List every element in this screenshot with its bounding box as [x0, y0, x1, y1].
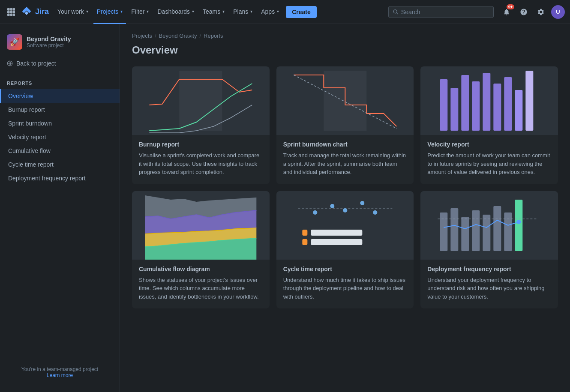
project-type: Software project [27, 42, 71, 48]
avatar[interactable]: U [551, 5, 565, 19]
cycle-time-card-body: Cycle time report Understand how much ti… [276, 260, 414, 309]
report-card-burnup[interactable]: Burnup report Visualise a sprint's compl… [132, 66, 270, 184]
nav-filter[interactable]: Filter ▾ [128, 0, 152, 24]
project-name: Beyond Gravity [27, 36, 71, 42]
notifications-button[interactable]: 9+ [500, 5, 513, 19]
cumulative-desc: Shows the statuses of your project's iss… [139, 276, 263, 301]
cumulative-card-body: Cumulative flow diagram Shows the status… [132, 260, 270, 309]
svg-rect-42 [483, 215, 491, 251]
sidebar-item-sprint-burndown[interactable]: Sprint burndown [0, 117, 120, 130]
sidebar-footer: You're in a team-managed project Learn m… [0, 359, 120, 385]
svg-rect-36 [311, 239, 362, 245]
breadcrumb-beyond-gravity[interactable]: Beyond Gravity [159, 33, 197, 39]
svg-rect-6 [7, 14, 10, 16]
reports-grid: Burnup report Visualise a sprint's compl… [132, 66, 558, 308]
settings-button[interactable] [534, 5, 548, 19]
project-avatar: 🚀 [7, 34, 22, 50]
sidebar: 🚀 Beyond Gravity Software project Back t… [0, 24, 120, 392]
svg-rect-3 [7, 11, 10, 13]
velocity-desc: Predict the amount of work your team can… [427, 151, 551, 177]
nav-your-work[interactable]: Your work ▾ [54, 0, 92, 24]
svg-point-30 [330, 204, 334, 208]
search-bar[interactable] [388, 6, 494, 18]
sidebar-item-deployment[interactable]: Deployment frequency report [0, 171, 120, 185]
cycle-time-visual [276, 191, 414, 260]
svg-rect-43 [494, 206, 501, 251]
deployment-title: Deployment frequency report [427, 266, 551, 272]
help-button[interactable] [517, 5, 531, 19]
svg-rect-38 [440, 212, 448, 251]
report-card-velocity[interactable]: Velocity report Predict the amount of wo… [420, 66, 558, 184]
svg-rect-4 [10, 11, 13, 13]
svg-rect-45 [515, 200, 523, 251]
svg-rect-44 [504, 212, 512, 251]
report-card-cycle-time[interactable]: Cycle time report Understand how much ti… [276, 191, 414, 309]
svg-rect-37 [302, 239, 307, 245]
jira-logo[interactable]: Jira [21, 6, 49, 18]
svg-rect-7 [10, 14, 13, 16]
notification-badge: 9+ [507, 4, 514, 9]
sidebar-item-cycle-time[interactable]: Cycle time report [0, 158, 120, 171]
logo-text: Jira [35, 7, 49, 16]
burnup-desc: Visualise a sprint's completed work and … [139, 151, 263, 177]
topnav: Jira Your work ▾ Projects ▾ Filter ▾ Das… [0, 0, 570, 24]
globe-icon [7, 60, 13, 66]
search-icon [393, 9, 399, 15]
nav-teams[interactable]: Teams ▾ [199, 0, 228, 24]
nav-projects[interactable]: Projects ▾ [93, 0, 126, 24]
svg-rect-19 [483, 73, 491, 131]
cycle-time-title: Cycle time report [283, 266, 407, 272]
sidebar-item-velocity[interactable]: Velocity report [0, 130, 120, 144]
breadcrumb-reports[interactable]: Reports [204, 33, 223, 39]
svg-rect-1 [10, 8, 13, 11]
main-content: Projects / Beyond Gravity / Reports Over… [120, 24, 570, 392]
nav-dashboards[interactable]: Dashboards ▾ [154, 0, 198, 24]
deployment-desc: Understand your deployment frequency to … [427, 276, 551, 301]
reports-section-label: Reports [0, 77, 120, 89]
svg-rect-22 [515, 90, 523, 131]
svg-rect-2 [13, 8, 15, 11]
burnup-visual [132, 66, 270, 135]
svg-point-31 [343, 208, 347, 212]
deployment-card-body: Deployment frequency report Understand y… [420, 260, 558, 309]
gear-icon [537, 8, 545, 16]
layout: 🚀 Beyond Gravity Software project Back t… [0, 24, 570, 392]
sidebar-item-burnup[interactable]: Burnup report [0, 103, 120, 117]
back-to-project[interactable]: Back to project [0, 57, 120, 70]
sidebar-project: 🚀 Beyond Gravity Software project [0, 31, 120, 57]
cycle-time-desc: Understand how much time it takes to shi… [283, 276, 407, 301]
velocity-title: Velocity report [427, 141, 551, 148]
sidebar-item-overview[interactable]: Overview [0, 89, 120, 103]
sidebar-item-cumulative[interactable]: Cumulative flow [0, 144, 120, 158]
svg-line-10 [396, 13, 398, 14]
grid-icon[interactable] [5, 6, 17, 18]
svg-point-33 [373, 210, 377, 215]
nav-plans[interactable]: Plans ▾ [230, 0, 256, 24]
create-button[interactable]: Create [286, 6, 317, 18]
svg-rect-5 [13, 11, 15, 13]
report-card-deployment[interactable]: Deployment frequency report Understand y… [420, 191, 558, 309]
velocity-visual [420, 66, 558, 135]
svg-point-29 [313, 210, 317, 215]
help-icon [520, 8, 528, 16]
svg-rect-35 [302, 230, 307, 236]
report-card-cumulative[interactable]: Cumulative flow diagram Shows the status… [132, 191, 270, 309]
breadcrumb-projects[interactable]: Projects [132, 33, 152, 39]
svg-rect-18 [472, 81, 480, 131]
learn-more-link[interactable]: Learn more [47, 372, 73, 378]
nav-apps[interactable]: Apps ▾ [258, 0, 282, 24]
svg-point-47 [517, 220, 521, 224]
sprint-burndown-desc: Track and manage the total work remainin… [283, 151, 407, 177]
nav-icons: 9+ U [500, 5, 565, 19]
report-card-sprint-burndown[interactable]: Sprint burndown chart Track and manage t… [276, 66, 414, 184]
burnup-title: Burnup report [139, 141, 263, 148]
svg-point-32 [360, 201, 364, 205]
search-input[interactable] [401, 9, 489, 15]
svg-rect-20 [494, 84, 501, 131]
sprint-burndown-card-body: Sprint burndown chart Track and manage t… [276, 135, 414, 184]
svg-rect-40 [462, 217, 469, 251]
cumulative-visual [132, 191, 270, 260]
velocity-card-body: Velocity report Predict the amount of wo… [420, 135, 558, 184]
cumulative-title: Cumulative flow diagram [139, 266, 263, 272]
sidebar-project-info: Beyond Gravity Software project [27, 36, 71, 48]
